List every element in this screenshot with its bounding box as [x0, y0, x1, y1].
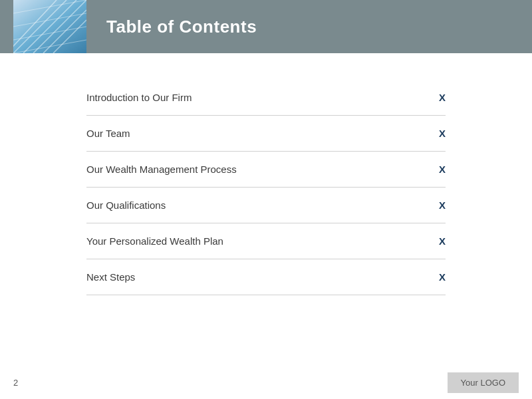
header-bar: Table of Contents: [0, 0, 532, 53]
toc-row: Our TeamX: [86, 116, 446, 152]
toc-item-page: X: [426, 259, 446, 295]
toc-item-page: X: [426, 116, 446, 152]
toc-row: Our QualificationsX: [86, 188, 446, 223]
toc-item-label: Introduction to Our Firm: [86, 80, 426, 116]
toc-row: Next StepsX: [86, 259, 446, 295]
toc-item-page: X: [426, 223, 446, 259]
toc-item-label: Our Team: [86, 116, 426, 152]
toc-item-page: X: [426, 152, 446, 188]
page-number: 2: [13, 378, 18, 388]
toc-item-page: X: [426, 188, 446, 223]
header-image: [13, 0, 86, 53]
logo-text: Your LOGO: [461, 378, 505, 388]
grid-lines-icon: [13, 0, 86, 53]
logo-box: Your LOGO: [448, 372, 519, 393]
toc-row: Your Personalized Wealth PlanX: [86, 223, 446, 259]
toc-row: Introduction to Our FirmX: [86, 80, 446, 116]
footer: 2 Your LOGO: [0, 366, 532, 399]
toc-item-label: Next Steps: [86, 259, 426, 295]
main-content: Introduction to Our FirmXOur TeamXOur We…: [0, 53, 532, 322]
toc-row: Our Wealth Management ProcessX: [86, 152, 446, 188]
page-title: Table of Contents: [106, 17, 257, 37]
header-image-bg: [13, 0, 86, 53]
header-title-area: Table of Contents: [86, 17, 532, 37]
toc-item-label: Our Qualifications: [86, 188, 426, 223]
toc-item-label: Your Personalized Wealth Plan: [86, 223, 426, 259]
toc-item-page: X: [426, 80, 446, 116]
toc-table: Introduction to Our FirmXOur TeamXOur We…: [86, 80, 446, 295]
toc-item-label: Our Wealth Management Process: [86, 152, 426, 188]
